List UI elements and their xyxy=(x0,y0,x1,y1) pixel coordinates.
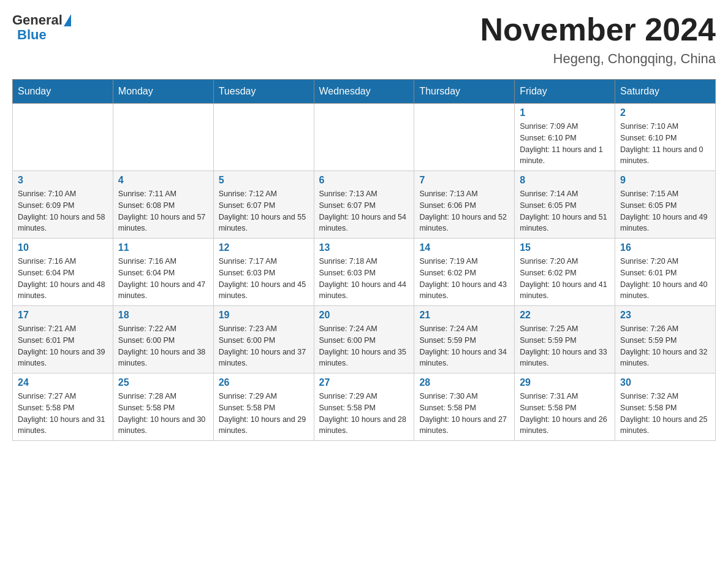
day-info: Sunrise: 7:22 AMSunset: 6:00 PMDaylight:… xyxy=(118,323,208,369)
day-number: 15 xyxy=(520,242,610,253)
calendar-cell: 3Sunrise: 7:10 AMSunset: 6:09 PMDaylight… xyxy=(13,171,113,239)
day-number: 2 xyxy=(620,107,710,118)
calendar-cell: 20Sunrise: 7:24 AMSunset: 6:00 PMDayligh… xyxy=(314,306,414,373)
calendar-cell: 23Sunrise: 7:26 AMSunset: 5:59 PMDayligh… xyxy=(615,306,716,373)
day-info: Sunrise: 7:20 AMSunset: 6:01 PMDaylight:… xyxy=(620,256,710,302)
day-number: 8 xyxy=(520,175,610,186)
day-number: 14 xyxy=(419,242,509,253)
day-info: Sunrise: 7:12 AMSunset: 6:07 PMDaylight:… xyxy=(219,188,309,234)
day-number: 17 xyxy=(18,310,108,321)
calendar-cell: 12Sunrise: 7:17 AMSunset: 6:03 PMDayligh… xyxy=(213,239,314,306)
day-number: 7 xyxy=(419,175,509,186)
day-info: Sunrise: 7:20 AMSunset: 6:02 PMDaylight:… xyxy=(520,256,610,302)
day-info: Sunrise: 7:25 AMSunset: 5:59 PMDaylight:… xyxy=(520,323,610,369)
calendar-cell: 7Sunrise: 7:13 AMSunset: 6:06 PMDaylight… xyxy=(414,171,515,239)
calendar-cell: 29Sunrise: 7:31 AMSunset: 5:58 PMDayligh… xyxy=(515,373,615,441)
calendar-cell: 2Sunrise: 7:10 AMSunset: 6:10 PMDaylight… xyxy=(615,104,716,171)
calendar-cell: 28Sunrise: 7:30 AMSunset: 5:58 PMDayligh… xyxy=(414,373,515,441)
day-of-week-header: Sunday xyxy=(13,80,113,104)
calendar-cell: 4Sunrise: 7:11 AMSunset: 6:08 PMDaylight… xyxy=(113,171,213,239)
day-info: Sunrise: 7:31 AMSunset: 5:58 PMDaylight:… xyxy=(520,391,610,437)
calendar-cell: 26Sunrise: 7:29 AMSunset: 5:58 PMDayligh… xyxy=(213,373,314,441)
calendar-cell: 1Sunrise: 7:09 AMSunset: 6:10 PMDaylight… xyxy=(515,104,615,171)
calendar-cell: 14Sunrise: 7:19 AMSunset: 6:02 PMDayligh… xyxy=(414,239,515,306)
logo-blue-text: Blue xyxy=(17,27,47,43)
day-info: Sunrise: 7:16 AMSunset: 6:04 PMDaylight:… xyxy=(118,256,208,302)
calendar-cell: 5Sunrise: 7:12 AMSunset: 6:07 PMDaylight… xyxy=(213,171,314,239)
calendar-week-row: 1Sunrise: 7:09 AMSunset: 6:10 PMDaylight… xyxy=(13,104,716,171)
calendar-cell: 27Sunrise: 7:29 AMSunset: 5:58 PMDayligh… xyxy=(314,373,414,441)
day-info: Sunrise: 7:27 AMSunset: 5:58 PMDaylight:… xyxy=(18,391,108,437)
day-number: 30 xyxy=(620,377,710,388)
day-info: Sunrise: 7:17 AMSunset: 6:03 PMDaylight:… xyxy=(219,256,309,302)
day-number: 24 xyxy=(18,377,108,388)
day-number: 1 xyxy=(520,107,610,118)
day-number: 28 xyxy=(419,377,509,388)
calendar-cell: 30Sunrise: 7:32 AMSunset: 5:58 PMDayligh… xyxy=(615,373,716,441)
calendar-cell: 10Sunrise: 7:16 AMSunset: 6:04 PMDayligh… xyxy=(13,239,113,306)
day-number: 13 xyxy=(319,242,409,253)
calendar-cell: 16Sunrise: 7:20 AMSunset: 6:01 PMDayligh… xyxy=(615,239,716,306)
day-of-week-header: Thursday xyxy=(414,80,515,104)
day-of-week-header: Saturday xyxy=(615,80,716,104)
day-number: 11 xyxy=(118,242,208,253)
calendar-cell: 19Sunrise: 7:23 AMSunset: 6:00 PMDayligh… xyxy=(213,306,314,373)
day-info: Sunrise: 7:24 AMSunset: 6:00 PMDaylight:… xyxy=(319,323,409,369)
day-number: 9 xyxy=(620,175,710,186)
day-info: Sunrise: 7:10 AMSunset: 6:10 PMDaylight:… xyxy=(620,121,710,167)
calendar-cell xyxy=(13,104,113,171)
day-info: Sunrise: 7:19 AMSunset: 6:02 PMDaylight:… xyxy=(419,256,509,302)
day-number: 18 xyxy=(118,310,208,321)
calendar-week-row: 17Sunrise: 7:21 AMSunset: 6:01 PMDayligh… xyxy=(13,306,716,373)
calendar-cell xyxy=(113,104,213,171)
day-info: Sunrise: 7:13 AMSunset: 6:07 PMDaylight:… xyxy=(319,188,409,234)
calendar-header-row: SundayMondayTuesdayWednesdayThursdayFrid… xyxy=(13,80,716,104)
calendar-cell xyxy=(213,104,314,171)
day-number: 26 xyxy=(219,377,309,388)
calendar-cell: 25Sunrise: 7:28 AMSunset: 5:58 PMDayligh… xyxy=(113,373,213,441)
logo-triangle-icon xyxy=(64,14,71,26)
calendar-cell: 18Sunrise: 7:22 AMSunset: 6:00 PMDayligh… xyxy=(113,306,213,373)
page-header: General Blue November 2024 Hegeng, Chong… xyxy=(12,12,716,67)
day-info: Sunrise: 7:14 AMSunset: 6:05 PMDaylight:… xyxy=(520,188,610,234)
day-info: Sunrise: 7:30 AMSunset: 5:58 PMDaylight:… xyxy=(419,391,509,437)
day-info: Sunrise: 7:32 AMSunset: 5:58 PMDaylight:… xyxy=(620,391,710,437)
day-info: Sunrise: 7:24 AMSunset: 5:59 PMDaylight:… xyxy=(419,323,509,369)
day-number: 19 xyxy=(219,310,309,321)
day-of-week-header: Wednesday xyxy=(314,80,414,104)
calendar-cell: 6Sunrise: 7:13 AMSunset: 6:07 PMDaylight… xyxy=(314,171,414,239)
day-number: 5 xyxy=(219,175,309,186)
calendar-table: SundayMondayTuesdayWednesdayThursdayFrid… xyxy=(12,79,716,441)
day-number: 25 xyxy=(118,377,208,388)
day-number: 16 xyxy=(620,242,710,253)
day-info: Sunrise: 7:23 AMSunset: 6:00 PMDaylight:… xyxy=(219,323,309,369)
day-info: Sunrise: 7:26 AMSunset: 5:59 PMDaylight:… xyxy=(620,323,710,369)
calendar-week-row: 10Sunrise: 7:16 AMSunset: 6:04 PMDayligh… xyxy=(13,239,716,306)
day-info: Sunrise: 7:10 AMSunset: 6:09 PMDaylight:… xyxy=(18,188,108,234)
day-number: 10 xyxy=(18,242,108,253)
title-section: November 2024 Hegeng, Chongqing, China xyxy=(480,12,716,67)
calendar-cell: 8Sunrise: 7:14 AMSunset: 6:05 PMDaylight… xyxy=(515,171,615,239)
day-number: 4 xyxy=(118,175,208,186)
day-info: Sunrise: 7:21 AMSunset: 6:01 PMDaylight:… xyxy=(18,323,108,369)
calendar-cell: 11Sunrise: 7:16 AMSunset: 6:04 PMDayligh… xyxy=(113,239,213,306)
day-of-week-header: Monday xyxy=(113,80,213,104)
calendar-cell: 22Sunrise: 7:25 AMSunset: 5:59 PMDayligh… xyxy=(515,306,615,373)
calendar-cell: 9Sunrise: 7:15 AMSunset: 6:05 PMDaylight… xyxy=(615,171,716,239)
day-of-week-header: Tuesday xyxy=(213,80,314,104)
day-number: 27 xyxy=(319,377,409,388)
day-info: Sunrise: 7:29 AMSunset: 5:58 PMDaylight:… xyxy=(319,391,409,437)
calendar-cell: 17Sunrise: 7:21 AMSunset: 6:01 PMDayligh… xyxy=(13,306,113,373)
calendar-week-row: 3Sunrise: 7:10 AMSunset: 6:09 PMDaylight… xyxy=(13,171,716,239)
day-info: Sunrise: 7:11 AMSunset: 6:08 PMDaylight:… xyxy=(118,188,208,234)
day-info: Sunrise: 7:13 AMSunset: 6:06 PMDaylight:… xyxy=(419,188,509,234)
location-text: Hegeng, Chongqing, China xyxy=(480,51,716,67)
calendar-cell: 15Sunrise: 7:20 AMSunset: 6:02 PMDayligh… xyxy=(515,239,615,306)
day-number: 12 xyxy=(219,242,309,253)
day-number: 20 xyxy=(319,310,409,321)
calendar-week-row: 24Sunrise: 7:27 AMSunset: 5:58 PMDayligh… xyxy=(13,373,716,441)
calendar-cell: 13Sunrise: 7:18 AMSunset: 6:03 PMDayligh… xyxy=(314,239,414,306)
logo-general-text: General xyxy=(12,12,63,28)
calendar-cell xyxy=(314,104,414,171)
month-title: November 2024 xyxy=(480,12,716,47)
